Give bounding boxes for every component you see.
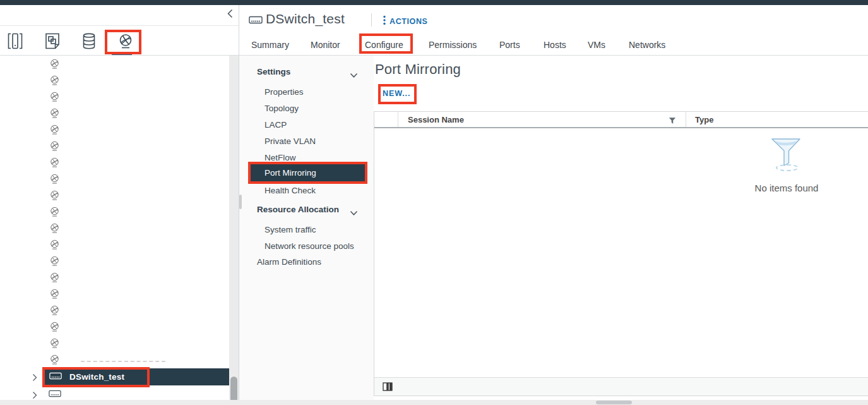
tree-item-label: DSwitch_test xyxy=(69,372,124,382)
network-globe-icon xyxy=(50,305,59,318)
tab-summary[interactable]: Summary xyxy=(251,40,289,50)
tree-item-network[interactable] xyxy=(0,57,227,73)
tree-item-network[interactable] xyxy=(0,287,227,303)
tab-networks[interactable]: Networks xyxy=(629,40,665,50)
network-globe-icon xyxy=(50,223,59,236)
tab-ports[interactable]: Ports xyxy=(499,40,520,50)
nav-item-system-traffic[interactable]: System traffic xyxy=(265,225,316,234)
inventory-tab-vms-and-templates[interactable] xyxy=(42,32,63,52)
tab-permissions[interactable]: Permissions xyxy=(429,40,477,50)
column-header-type[interactable]: Type xyxy=(695,115,713,124)
nav-item-netflow[interactable]: NetFlow xyxy=(265,153,296,162)
network-globe-icon xyxy=(50,354,59,367)
column-management-icon[interactable] xyxy=(383,382,393,394)
network-globe-icon xyxy=(50,190,59,203)
tree-item-network[interactable] xyxy=(0,320,227,336)
tree-expand-chevron[interactable] xyxy=(32,373,39,382)
tree-item-network[interactable] xyxy=(0,254,227,270)
network-globe-icon xyxy=(50,289,59,301)
title-actions-divider xyxy=(371,13,372,27)
network-globe-icon xyxy=(50,59,59,71)
tree-item-network[interactable] xyxy=(0,139,227,155)
tree-item-network[interactable] xyxy=(0,155,227,172)
tree-item-network[interactable] xyxy=(0,221,227,238)
tree-item-network[interactable] xyxy=(0,270,227,287)
hosts-and-clusters-icon xyxy=(8,33,23,52)
tree-item-network[interactable] xyxy=(0,172,227,188)
empty-state-shadow xyxy=(776,164,799,171)
network-globe-icon xyxy=(50,141,59,154)
network-globe-icon xyxy=(50,157,59,170)
network-globe-icon xyxy=(50,256,59,269)
network-globe-icon xyxy=(50,338,59,351)
header-bottom-divider xyxy=(0,55,868,56)
nav-section-settings[interactable]: Settings xyxy=(257,67,290,76)
network-globe-icon xyxy=(50,75,59,88)
vms-and-templates-icon xyxy=(45,33,60,52)
sidebar-scrollbar-track[interactable] xyxy=(229,56,239,400)
tree-item-network[interactable] xyxy=(0,73,227,90)
chevron-left-icon xyxy=(227,9,233,21)
chevron-down-icon[interactable] xyxy=(350,70,358,75)
new-session-button[interactable]: NEW... xyxy=(383,89,410,98)
nav-item-health-check[interactable]: Health Check xyxy=(265,186,316,195)
tree-item-network[interactable] xyxy=(0,188,227,205)
page-title: Port Mirroring xyxy=(375,61,461,78)
grid-footer-bar xyxy=(374,377,868,396)
network-globe-icon xyxy=(50,207,59,219)
distributed-switch-icon[interactable] xyxy=(49,389,61,401)
network-globe-icon xyxy=(50,124,59,137)
tree-item-network[interactable] xyxy=(0,123,227,139)
tab-vms[interactable]: VMs xyxy=(588,40,605,50)
nav-item-lacp[interactable]: LACP xyxy=(265,120,287,130)
column-header-session-name[interactable]: Session Name xyxy=(408,115,464,124)
network-globe-icon xyxy=(50,92,59,104)
nav-item-topology[interactable]: Topology xyxy=(265,104,299,113)
inventory-tab-hosts-and-clusters[interactable] xyxy=(4,32,26,52)
vertical-ellipsis-icon xyxy=(383,15,386,28)
grid-selector-column-header xyxy=(374,112,398,127)
tree-item-loading-placeholder xyxy=(81,361,165,362)
network-globe-icon xyxy=(50,174,59,186)
nav-item-private-vlan[interactable]: Private VLAN xyxy=(265,136,316,146)
filter-funnel-icon[interactable] xyxy=(669,116,676,127)
tree-item-network[interactable] xyxy=(0,90,227,106)
networking-icon xyxy=(117,33,134,52)
nav-item-properties[interactable]: Properties xyxy=(265,87,304,97)
masthead-bar xyxy=(0,0,868,5)
storage-icon xyxy=(82,33,96,52)
nav-item-label: Port Mirroring xyxy=(265,168,316,178)
network-globe-icon xyxy=(50,272,59,285)
nav-panel-scrollbar-thumb[interactable] xyxy=(239,195,242,209)
network-globe-icon xyxy=(50,322,59,334)
chevron-down-icon[interactable] xyxy=(350,207,358,213)
horizontal-scrollbar-track[interactable] xyxy=(0,400,868,405)
tree-item-network[interactable] xyxy=(0,106,227,123)
inventory-tab-storage[interactable] xyxy=(78,32,100,52)
network-tree-list xyxy=(0,57,227,369)
tree-item-network[interactable] xyxy=(0,336,227,353)
network-globe-icon xyxy=(50,239,59,252)
tree-item-network[interactable] xyxy=(0,238,227,254)
grid-header-row: Session Name Type xyxy=(374,112,868,128)
tab-hosts[interactable]: Hosts xyxy=(544,40,566,50)
sidebar-top-divider xyxy=(0,25,239,26)
actions-menu-label: ACTIONS xyxy=(389,17,427,26)
entity-title: DSwitch_test xyxy=(266,11,345,27)
tree-item-network[interactable] xyxy=(0,303,227,320)
nav-section-alarm-definitions[interactable]: Alarm Definitions xyxy=(257,257,321,267)
vsphere-client-window: DSwitch_test DSwitch_test xyxy=(0,0,868,405)
tab-configure[interactable]: Configure xyxy=(365,40,403,50)
inventory-tab-networking[interactable] xyxy=(115,32,136,52)
nav-item-network-resource-pools[interactable]: Network resource pools xyxy=(265,241,354,251)
nav-item-port-mirroring-selected[interactable]: Port Mirroring xyxy=(251,164,365,181)
tree-item-network[interactable] xyxy=(0,205,227,221)
tree-item-dswitch-selected[interactable]: DSwitch_test xyxy=(44,368,229,385)
sidebar-collapse-button[interactable] xyxy=(223,8,236,21)
actions-menu-button[interactable]: ACTIONS xyxy=(383,15,427,28)
nav-section-resource-allocation[interactable]: Resource Allocation xyxy=(257,205,339,214)
distributed-switch-icon xyxy=(249,15,263,28)
horizontal-scrollbar-thumb[interactable] xyxy=(596,401,632,404)
tab-monitor[interactable]: Monitor xyxy=(311,40,340,50)
tree-expand-chevron[interactable] xyxy=(32,390,39,399)
